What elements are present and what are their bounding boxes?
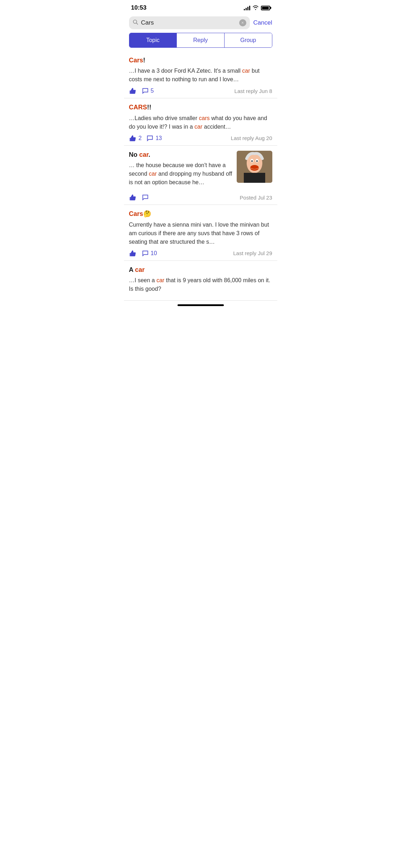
wifi-icon	[252, 5, 259, 11]
result-body: …I have a 3 door Ford KA Zetec. It's a s…	[129, 67, 272, 84]
comment-button[interactable]: 5	[142, 87, 154, 94]
title-highlight: car	[139, 151, 149, 158]
tab-group[interactable]: Group	[225, 33, 272, 47]
result-footer: 10 Last reply Jul 29	[129, 250, 272, 257]
title-highlight: CARS	[129, 104, 147, 111]
status-bar: 10:53	[124, 0, 277, 14]
home-bar	[178, 304, 224, 306]
result-meta: Last reply Aug 20	[231, 135, 272, 141]
result-body: Currently have a sienna mini van. I love…	[129, 221, 272, 246]
result-title: No car.	[129, 151, 233, 159]
like-button[interactable]	[129, 194, 137, 201]
svg-point-8	[250, 165, 259, 171]
result-footer: 5 Last reply Jun 8	[129, 87, 272, 94]
search-input-wrap[interactable]: Cars ×	[129, 16, 250, 29]
result-actions: 5	[129, 87, 154, 94]
result-body: … the house because we don't have a seco…	[129, 161, 233, 187]
title-highlight: car	[135, 266, 145, 273]
list-item[interactable]: Cars! …I have a 3 door Ford KA Zetec. It…	[124, 51, 277, 98]
battery-icon	[261, 6, 270, 10]
result-title: A car	[129, 266, 272, 274]
svg-point-6	[251, 160, 253, 162]
status-icons	[244, 5, 270, 11]
search-clear-button[interactable]: ×	[239, 19, 246, 26]
like-button[interactable]: 2	[129, 135, 142, 142]
result-title: CARS!!	[129, 103, 272, 112]
result-body: …Ladies who drive smaller cars what do y…	[129, 114, 272, 131]
status-time: 10:53	[131, 4, 146, 11]
search-bar-container: Cars × Cancel	[124, 14, 277, 33]
result-actions: 10	[129, 250, 157, 257]
list-item[interactable]: Cars🤔 Currently have a sienna mini van. …	[124, 205, 277, 260]
comment-count: 5	[151, 88, 154, 94]
comment-count: 13	[155, 135, 162, 141]
tab-reply[interactable]: Reply	[177, 33, 225, 47]
comment-button[interactable]	[142, 194, 149, 201]
like-button[interactable]	[129, 250, 137, 257]
filter-tabs: Topic Reply Group	[129, 33, 272, 48]
list-item[interactable]: CARS!! …Ladies who drive smaller cars wh…	[124, 98, 277, 145]
title-highlight: Cars	[129, 210, 143, 217]
result-thumbnail	[237, 151, 272, 183]
title-highlight: Cars	[129, 57, 143, 64]
thumbnail-image	[237, 151, 272, 183]
result-meta: Posted Jul 23	[240, 195, 272, 201]
result-title: Cars🤔	[129, 210, 272, 218]
result-content: No car. … the house because we don't hav…	[129, 151, 233, 190]
result-title: Cars!	[129, 56, 272, 64]
comment-count: 10	[151, 250, 157, 257]
comment-button[interactable]: 13	[146, 135, 162, 142]
svg-line-1	[136, 23, 138, 24]
result-actions: 2 13	[129, 135, 162, 142]
signal-icon	[244, 5, 250, 10]
result-with-image: No car. … the house because we don't hav…	[129, 151, 272, 190]
list-item[interactable]: A car …I seen a car that is 9 years old …	[124, 261, 277, 301]
home-indicator	[124, 301, 277, 308]
result-meta: Last reply Jun 8	[235, 88, 272, 94]
result-footer: 2 13 Last reply Aug 20	[129, 135, 272, 142]
search-icon	[133, 19, 138, 26]
comment-button[interactable]: 10	[142, 250, 157, 257]
list-item[interactable]: No car. … the house because we don't hav…	[124, 146, 277, 205]
result-body: …I seen a car that is 9 years old with 8…	[129, 276, 272, 293]
like-count: 2	[139, 135, 142, 141]
search-input[interactable]: Cars	[141, 19, 236, 26]
svg-point-7	[256, 160, 258, 162]
tab-topic[interactable]: Topic	[129, 33, 177, 47]
cancel-button[interactable]: Cancel	[253, 19, 272, 26]
svg-rect-9	[244, 173, 265, 183]
like-button[interactable]	[129, 87, 137, 94]
results-list: Cars! …I have a 3 door Ford KA Zetec. It…	[124, 51, 277, 301]
result-actions	[129, 194, 149, 201]
result-meta: Last reply Jul 29	[233, 250, 272, 256]
result-footer: Posted Jul 23	[129, 194, 272, 201]
